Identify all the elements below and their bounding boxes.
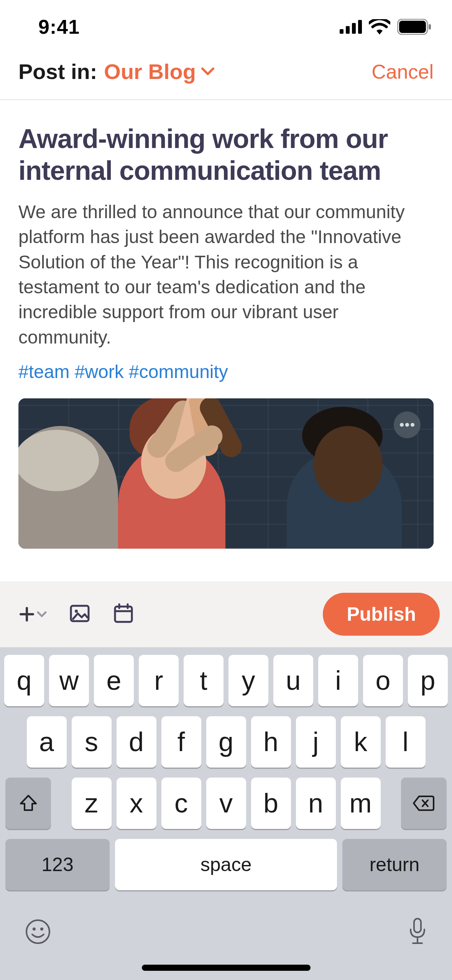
svg-rect-19 bbox=[414, 919, 421, 932]
key-y[interactable]: y bbox=[228, 655, 268, 706]
blog-name: Our Blog bbox=[104, 59, 196, 84]
key-z[interactable]: z bbox=[72, 778, 112, 829]
svg-point-8 bbox=[405, 423, 409, 427]
more-icon bbox=[400, 423, 414, 427]
shift-key[interactable] bbox=[5, 778, 51, 829]
add-image-button[interactable] bbox=[69, 603, 90, 626]
svg-rect-6 bbox=[429, 24, 431, 30]
battery-icon bbox=[397, 19, 431, 35]
key-w[interactable]: w bbox=[49, 655, 89, 706]
image-options-button[interactable] bbox=[394, 411, 421, 438]
key-a[interactable]: a bbox=[27, 716, 67, 768]
cellular-icon bbox=[340, 20, 362, 34]
backspace-key[interactable] bbox=[401, 778, 447, 829]
svg-rect-1 bbox=[346, 26, 350, 34]
key-j[interactable]: j bbox=[296, 716, 336, 768]
key-q[interactable]: q bbox=[4, 655, 44, 706]
post-content: Award-winning work from our internal com… bbox=[0, 100, 452, 549]
svg-rect-3 bbox=[358, 20, 362, 34]
wifi-icon bbox=[369, 19, 390, 35]
space-key[interactable]: space bbox=[115, 839, 337, 890]
svg-rect-0 bbox=[340, 29, 344, 34]
keyboard-row-4: 123 space return bbox=[4, 839, 448, 890]
status-icons bbox=[340, 19, 431, 35]
svg-point-16 bbox=[26, 920, 49, 943]
keyboard-row-2: asdfghjkl bbox=[4, 716, 448, 768]
shift-icon bbox=[19, 794, 38, 813]
chevron-down-icon bbox=[37, 611, 47, 618]
post-title[interactable]: Award-winning work from our internal com… bbox=[18, 123, 434, 186]
key-v[interactable]: v bbox=[206, 778, 246, 829]
add-menu-button[interactable] bbox=[19, 607, 47, 622]
key-s[interactable]: s bbox=[72, 716, 112, 768]
key-r[interactable]: r bbox=[139, 655, 179, 706]
key-e[interactable]: e bbox=[94, 655, 134, 706]
svg-point-7 bbox=[400, 423, 404, 427]
keyboard-row-3: zxcvbnm bbox=[4, 778, 448, 829]
key-n[interactable]: n bbox=[296, 778, 336, 829]
keyboard-row-1: qwertyuiop bbox=[4, 655, 448, 706]
emoji-button[interactable] bbox=[25, 918, 51, 947]
key-o[interactable]: o bbox=[363, 655, 403, 706]
svg-rect-5 bbox=[399, 21, 426, 33]
key-p[interactable]: p bbox=[408, 655, 448, 706]
key-t[interactable]: t bbox=[184, 655, 224, 706]
compose-toolbar: Publish bbox=[0, 581, 452, 647]
key-h[interactable]: h bbox=[251, 716, 291, 768]
post-image[interactable] bbox=[18, 398, 434, 549]
key-l[interactable]: l bbox=[386, 716, 426, 768]
svg-rect-2 bbox=[352, 23, 356, 34]
key-f[interactable]: f bbox=[161, 716, 201, 768]
svg-point-11 bbox=[75, 610, 78, 613]
blog-selector[interactable]: Our Blog bbox=[104, 59, 214, 84]
image-icon bbox=[69, 603, 90, 624]
post-in-label: Post in: bbox=[18, 59, 97, 84]
keyboard-bottom bbox=[4, 900, 448, 948]
key-d[interactable]: d bbox=[117, 716, 156, 768]
key-x[interactable]: x bbox=[117, 778, 156, 829]
post-body[interactable]: We are thrilled to announce that our com… bbox=[18, 199, 434, 350]
svg-point-9 bbox=[411, 423, 414, 427]
svg-point-18 bbox=[40, 927, 43, 931]
key-i[interactable]: i bbox=[318, 655, 358, 706]
add-date-button[interactable] bbox=[113, 603, 134, 626]
post-tags[interactable]: #team #work #community bbox=[18, 361, 434, 382]
chevron-down-icon bbox=[201, 67, 214, 76]
publish-button[interactable]: Publish bbox=[323, 593, 440, 636]
dictation-button[interactable] bbox=[408, 917, 427, 948]
svg-point-17 bbox=[33, 927, 36, 931]
numbers-key[interactable]: 123 bbox=[5, 839, 110, 890]
key-m[interactable]: m bbox=[341, 778, 381, 829]
compose-header: Post in: Our Blog Cancel bbox=[0, 54, 452, 100]
home-indicator[interactable] bbox=[142, 965, 311, 971]
cancel-button[interactable]: Cancel bbox=[371, 60, 434, 83]
calendar-icon bbox=[113, 603, 134, 624]
key-b[interactable]: b bbox=[251, 778, 291, 829]
plus-icon bbox=[19, 607, 35, 622]
key-g[interactable]: g bbox=[206, 716, 246, 768]
emoji-icon bbox=[25, 918, 51, 945]
return-key[interactable]: return bbox=[342, 839, 447, 890]
status-time: 9:41 bbox=[38, 15, 80, 38]
key-c[interactable]: c bbox=[161, 778, 201, 829]
svg-rect-12 bbox=[115, 607, 132, 622]
header-left: Post in: Our Blog bbox=[18, 59, 214, 84]
key-u[interactable]: u bbox=[273, 655, 313, 706]
backspace-icon bbox=[412, 795, 435, 812]
microphone-icon bbox=[408, 917, 427, 946]
keyboard: qwertyuiop asdfghjkl zxcvbnm 123 space r… bbox=[0, 647, 452, 980]
status-bar: 9:41 bbox=[0, 0, 452, 54]
key-k[interactable]: k bbox=[341, 716, 381, 768]
